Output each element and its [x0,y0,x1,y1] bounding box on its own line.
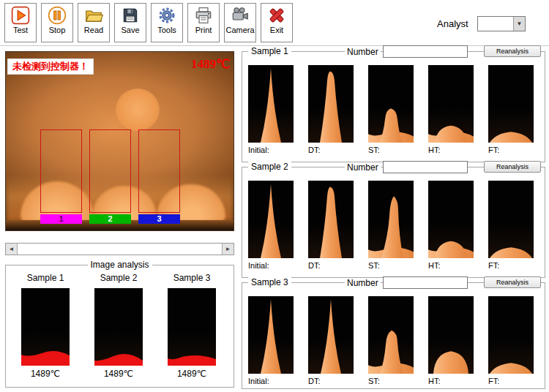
save-button[interactable]: Save [114,3,146,42]
stage-thumbnail-ht [428,181,474,258]
stage-thumbnail-ft [488,296,534,374]
sample-number-input[interactable] [383,45,468,58]
sample-name: Sample 1 [27,273,64,283]
stage-label-ft: FT: [488,261,499,270]
melt-area-shape [21,351,70,366]
floppy-icon [121,6,140,25]
camera-button[interactable]: Camera [224,3,256,42]
sample-1-group: Sample 1 Number Reanalysis Initial: DT: … [242,51,545,162]
sample-temperature: 1489℃ [177,369,206,379]
print-button[interactable]: Print [187,3,220,42]
cone-shape [435,126,467,143]
stage-label-ft: FT: [488,146,499,154]
stage-thumbnail-initial [248,65,294,143]
controller-alert-text: 未检测到控制器！ [7,59,94,75]
stage-label-dt: DT: [308,146,321,154]
gear-icon [157,6,176,25]
cone-shape [381,196,403,258]
stage-thumbnail-st [368,181,414,258]
stage-label-ht: HT: [428,261,441,270]
reanalysis-button[interactable]: Reanalysis [484,45,541,57]
cone-shape [490,132,532,143]
stage-label-ht: HT: [428,377,441,385]
cone-shape [433,351,468,374]
reanalysis-button[interactable]: Reanalysis [484,276,541,288]
cone-shape [490,363,532,374]
sample-marker-1: 1 [40,214,82,224]
furnace-camera-view: 1 2 3 未检测到控制器！ 1489℃ [5,51,234,231]
scroll-left-arrow-icon[interactable]: ◄ [6,244,18,255]
stage-thumbnail-ht [428,65,474,143]
toolbar: Test Stop Read Save Tools Print [0,0,549,45]
sample-2-group: Sample 2 Number Reanalysis Initial: DT: … [242,167,545,278]
test-button-label: Test [13,26,28,34]
stage-thumbnail-dt [308,65,354,143]
reanalysis-button[interactable]: Reanalysis [484,161,541,173]
analysis-thumbnail-3 [168,288,216,366]
cone-shape [379,108,403,143]
analyst-dropdown-value [478,17,513,31]
stage-thumbnail-dt [308,296,354,374]
chevron-down-icon[interactable]: ▼ [513,17,525,31]
sample-3-group: Sample 3 Number Reanalysis Initial: DT: … [242,282,545,389]
roi-rect-1 [40,129,82,213]
exit-icon [267,6,286,25]
camera-scrollbar[interactable]: ◄ ► [5,243,234,255]
exit-button[interactable]: Exit [261,3,293,42]
sample-number-input[interactable] [383,276,468,289]
melt-area-shape [94,354,143,366]
stage-label-dt: DT: [308,261,321,270]
print-button-label: Print [195,26,212,34]
analyst-dropdown[interactable]: ▼ [477,16,526,31]
stage-label-st: ST: [368,261,380,270]
cone-shape [380,331,403,374]
save-button-label: Save [121,26,139,34]
image-analysis-title: Image analysis [87,260,152,270]
read-button[interactable]: Read [78,3,110,42]
sample-temperature: 1489℃ [31,369,60,379]
roi-rect-2 [89,129,131,213]
stage-label-st: ST: [368,146,380,154]
folder-icon [84,6,103,25]
read-button-label: Read [84,26,103,34]
exit-button-label: Exit [270,26,283,34]
play-icon [11,6,30,25]
roi-rect-3 [138,129,180,213]
sample-temperature: 1489℃ [104,369,133,379]
stage-thumbnail-ft [488,65,534,143]
number-label: Number [345,162,381,173]
stage-thumbnail-dt [308,181,354,258]
sample-marker-2: 2 [89,214,131,224]
scroll-right-arrow-icon[interactable]: ► [222,244,234,255]
stage-label-ft: FT: [488,377,499,385]
number-label: Number [345,47,381,57]
tools-button-label: Tools [157,26,176,34]
test-button[interactable]: Test [4,3,37,42]
stop-button[interactable]: Stop [41,3,73,42]
cone-shape [261,184,281,258]
image-analysis-sample-2: Sample 2 1489℃ [83,273,154,379]
camera-icon [231,6,250,25]
pause-icon [48,6,67,25]
stop-button-label: Stop [49,26,66,34]
cone-shape [320,71,342,143]
camera-button-label: Camera [225,26,254,34]
sample-group-title: Sample 1 [248,46,291,56]
sample-number-input[interactable] [383,161,468,173]
printer-icon [194,6,213,25]
stage-label-ht: HT: [428,146,441,154]
sample-name: Sample 3 [173,273,211,283]
analysis-thumbnail-2 [94,288,143,366]
cone-shape [320,186,342,258]
sample-name: Sample 2 [100,273,138,283]
scrollbar-track[interactable] [18,244,222,255]
stage-thumbnail-initial [248,181,294,258]
sample-group-title: Sample 3 [248,277,291,287]
image-analysis-group: Image analysis Sample 1 1489℃ Sample 2 1… [5,265,234,388]
image-analysis-sample-3: Sample 3 1489℃ [157,273,227,379]
tools-button[interactable]: Tools [151,3,183,42]
cone-shape [435,241,467,258]
stage-thumbnail-st [368,65,414,143]
furnace-glow-blob [116,88,160,131]
furnace-temperature: 1489℃ [191,56,230,72]
